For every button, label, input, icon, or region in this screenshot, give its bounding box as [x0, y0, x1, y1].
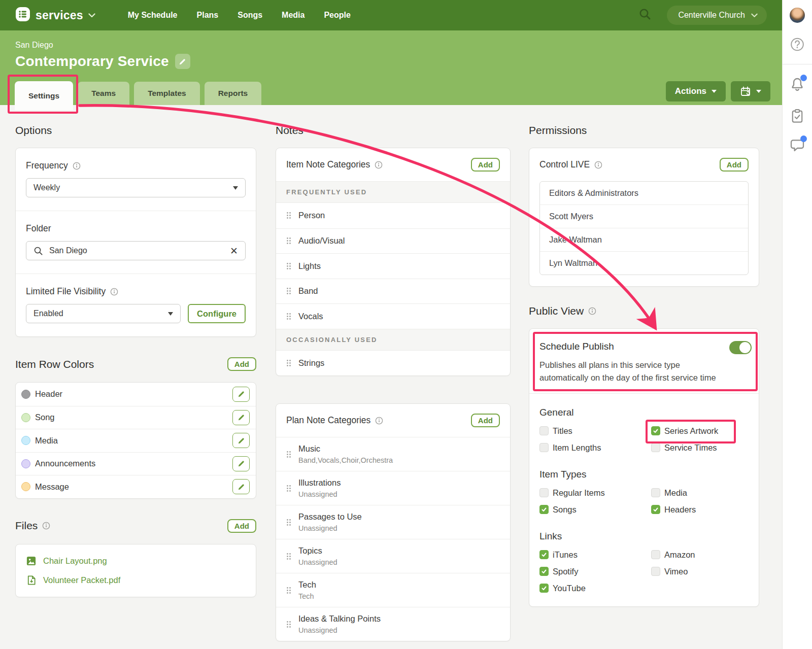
add-control-live-button[interactable]: Add: [720, 158, 749, 172]
checkbox-label: Headers: [664, 505, 696, 515]
add-item-note-category-button[interactable]: Add: [471, 158, 500, 172]
checkbox-amazon[interactable]: Amazon: [651, 550, 695, 560]
note-category-row[interactable]: Lights: [276, 253, 510, 279]
main-area: services My Schedule Plans Songs Media P…: [0, 0, 782, 641]
schedule-publish-toggle[interactable]: [729, 341, 752, 354]
messages-chat-icon[interactable]: [790, 138, 805, 155]
services-settings-page: services My Schedule Plans Songs Media P…: [0, 0, 812, 649]
checkbox-icon: [539, 426, 549, 435]
service-type-header: San Diego Contemporary Service Settings …: [0, 30, 782, 105]
checkbox-regular-items[interactable]: Regular Items: [539, 488, 605, 498]
plan-note-row[interactable]: Music Band,Vocals,Choir,Orchestra: [276, 437, 510, 471]
search-icon[interactable]: [638, 8, 652, 23]
nav-item-media[interactable]: Media: [282, 11, 304, 20]
checkbox-item-lengths[interactable]: Item Lengths: [539, 443, 601, 453]
checkbox-spotify[interactable]: Spotify: [539, 567, 578, 576]
plan-note-row[interactable]: Passages to Use Unassigned: [276, 505, 510, 539]
nav-item-songs[interactable]: Songs: [238, 11, 262, 20]
tab-teams[interactable]: Teams: [78, 82, 129, 105]
tasks-clipboard-icon[interactable]: [790, 109, 804, 126]
drag-handle-icon[interactable]: [286, 621, 291, 628]
edit-color-button[interactable]: [232, 479, 250, 494]
add-file-button[interactable]: Add: [227, 519, 256, 533]
organization-switcher[interactable]: Centerville Church: [667, 6, 767, 25]
services-brand-menu[interactable]: services: [15, 7, 95, 24]
drag-handle-icon[interactable]: [286, 287, 291, 295]
plan-note-row[interactable]: Ideas & Talking Points Unassigned: [276, 607, 510, 641]
plan-note-categories-title: Plan Note Categories: [286, 415, 370, 426]
info-icon[interactable]: [588, 307, 596, 315]
drag-handle-icon[interactable]: [286, 237, 291, 245]
help-icon[interactable]: [791, 38, 804, 53]
plan-note-row[interactable]: Tech Tech: [276, 573, 510, 607]
drag-handle-icon[interactable]: [286, 519, 291, 526]
add-plan-note-category-button[interactable]: Add: [471, 414, 500, 427]
color-dot: [21, 413, 30, 422]
checkbox-songs[interactable]: Songs: [539, 505, 577, 515]
checkbox-label: Service Times: [664, 443, 717, 453]
info-icon[interactable]: [375, 161, 383, 169]
note-category-row[interactable]: Audio/Visual: [276, 228, 510, 254]
checkbox-label: iTunes: [553, 550, 578, 560]
frequency-select[interactable]: Weekly: [26, 178, 246, 197]
tab-reports[interactable]: Reports: [205, 82, 262, 105]
checkbox-titles[interactable]: Titles: [539, 426, 572, 436]
public-view-heading-row: Public View: [529, 305, 759, 317]
note-category-label: Strings: [298, 358, 324, 368]
edit-color-button[interactable]: [232, 387, 250, 402]
plan-note-row[interactable]: Topics Unassigned: [276, 539, 510, 573]
drag-handle-icon[interactable]: [286, 451, 291, 458]
info-icon[interactable]: [42, 522, 50, 530]
plan-note-row[interactable]: Illustrations Unassigned: [276, 471, 510, 505]
page-title: Contemporary Service: [15, 53, 169, 70]
public-view-heading: Public View: [529, 305, 584, 317]
notes-heading: Notes: [276, 124, 511, 136]
info-icon[interactable]: [375, 417, 383, 425]
drag-handle-icon[interactable]: [286, 553, 291, 560]
drag-handle-icon[interactable]: [286, 485, 291, 492]
info-icon[interactable]: [110, 288, 118, 296]
add-item-row-color-button[interactable]: Add: [227, 357, 256, 371]
configure-button[interactable]: Configure: [188, 304, 246, 323]
info-icon[interactable]: [73, 162, 81, 170]
tab-settings[interactable]: Settings: [15, 81, 73, 110]
edit-color-button[interactable]: [232, 433, 250, 448]
note-category-row[interactable]: Person: [276, 203, 510, 228]
breadcrumb[interactable]: San Diego: [15, 41, 782, 50]
calendar-export-button[interactable]: [731, 81, 770, 101]
nav-item-my-schedule[interactable]: My Schedule: [128, 11, 178, 20]
file-link-volunteer-packet[interactable]: Volunteer Packet.pdf: [26, 575, 246, 586]
note-category-row[interactable]: Band: [276, 279, 510, 304]
drag-handle-icon[interactable]: [286, 359, 291, 367]
drag-handle-icon[interactable]: [286, 262, 291, 270]
actions-button[interactable]: Actions: [666, 81, 726, 101]
nav-item-people[interactable]: People: [324, 11, 350, 20]
note-category-row[interactable]: Vocals: [276, 303, 510, 329]
notifications-bell-icon[interactable]: [790, 77, 805, 94]
checkbox-label: Series Artwork: [664, 426, 718, 436]
checkbox-itunes[interactable]: iTunes: [539, 550, 578, 560]
checkbox-headers[interactable]: Headers: [651, 505, 696, 515]
checkbox-service-times[interactable]: Service Times: [651, 443, 717, 453]
drag-handle-icon[interactable]: [286, 212, 291, 219]
nav-item-plans[interactable]: Plans: [197, 11, 219, 20]
checkbox-media[interactable]: Media: [651, 488, 687, 498]
color-row-song: Song: [16, 406, 256, 429]
drag-handle-icon[interactable]: [286, 587, 291, 594]
checkbox-vimeo[interactable]: Vimeo: [651, 567, 688, 576]
drag-handle-icon[interactable]: [286, 313, 291, 320]
checkbox-label: Amazon: [664, 550, 695, 560]
note-category-row[interactable]: Strings: [276, 351, 510, 376]
edit-title-button[interactable]: [175, 54, 190, 69]
folder-search-input[interactable]: San Diego ✕: [26, 241, 246, 260]
checkbox-series-artwork[interactable]: Series Artwork: [651, 426, 718, 436]
tab-templates[interactable]: Templates: [134, 82, 200, 105]
user-avatar[interactable]: [790, 8, 805, 23]
edit-color-button[interactable]: [232, 410, 250, 425]
edit-color-button[interactable]: [232, 456, 250, 471]
limited-file-visibility-select[interactable]: Enabled: [26, 304, 181, 323]
file-link-chair-layout[interactable]: Chair Layout.png: [26, 556, 246, 566]
info-icon[interactable]: [594, 161, 602, 169]
checkbox-youtube[interactable]: YouTube: [539, 584, 586, 593]
clear-folder-icon[interactable]: ✕: [230, 246, 238, 256]
